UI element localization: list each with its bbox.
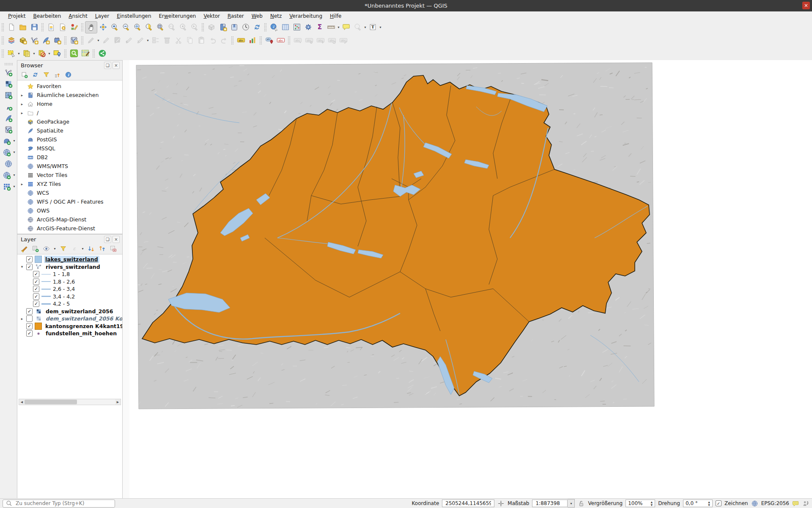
menu-einstellungen[interactable]: Einstellungen [113,12,155,20]
layer-item-lakes-switzerland[interactable]: ✓lakes_switzerland [17,256,122,263]
collapse-all-button[interactable] [53,70,62,79]
scroll-right-arrow[interactable]: ▶ [115,399,121,405]
pan-map-button[interactable] [85,21,97,33]
new-3d-map-view-button[interactable] [206,22,217,33]
layer-item-2-6-3-4[interactable]: ✓2,6 - 3,4 [17,285,122,293]
current-edits-dropdown[interactable]: ▾ [96,39,100,42]
menu-web[interactable]: Web [248,12,266,20]
add-spatialite-layer-button[interactable] [3,112,14,124]
add-feature-button[interactable] [123,35,134,46]
layer-item-rivers-switzerland[interactable]: ▾✓rivers_switzerland [17,263,122,271]
layer-diagram-button[interactable] [247,35,258,46]
menu-netz[interactable]: Netz [266,12,285,20]
osm-editor-button[interactable] [80,48,91,59]
text-annotation-dropdown[interactable]: ▾ [379,25,382,29]
add-delimited-text-layer-button[interactable]: , [3,101,14,112]
move-label-button[interactable]: abc [315,35,326,46]
layer-visibility-checkbox[interactable]: ✓ [33,271,39,277]
zoom-next-button[interactable] [189,22,200,33]
layer-visibility-checkbox[interactable]: ✓ [26,330,33,337]
deselect-features-button[interactable] [36,48,47,59]
crs-status[interactable]: EPSG:2056 [761,500,789,506]
manage-map-themes-dropdown[interactable]: ▾ [53,247,57,251]
magnifier-spinner[interactable]: ▲▼ [651,501,653,506]
remove-layer-button[interactable] [109,244,118,253]
locator-search-input[interactable] [15,500,112,507]
menu-erweiterungen[interactable]: Erweiterungen [155,12,200,20]
select-by-location-button[interactable] [51,48,63,59]
browser-item-wms-wmts[interactable]: WMS/WMTS [17,162,122,171]
search-layers-dropdown[interactable]: ▾ [363,25,367,29]
osm-place-search-button[interactable] [68,48,80,59]
scrollbar-thumb[interactable] [25,400,77,404]
layer-visibility-checkbox[interactable]: ✓ [26,256,33,262]
add-wms-layer-button[interactable] [1,146,12,158]
browser-item-arcgis-map-dienst[interactable]: ArcGIS-Map-Dienst [17,215,122,224]
add-vector-tile-layer-dropdown[interactable]: ▾ [12,185,16,188]
add-wfs-layer-dropdown[interactable]: ▾ [12,173,16,177]
pin-labels-button[interactable]: abc [292,35,303,46]
new-spatialite-layer-button[interactable] [40,35,51,46]
scroll-left-arrow[interactable]: ◀ [19,399,25,405]
menu-projekt[interactable]: Projekt [4,12,29,20]
browser-item-arcgis-feature-dienst[interactable]: ArcGIS-Feature-Dienst [17,224,122,233]
rotation-spinner[interactable]: ▲▼ [708,501,710,506]
copy-features-button[interactable] [184,35,195,46]
new-virtual-layer-button[interactable] [68,35,80,46]
layer-visibility-checkbox[interactable]: ✓ [26,264,33,270]
add-virtual-layer-button[interactable] [3,124,14,135]
toolbar-drag-handle[interactable] [64,36,67,44]
expand-arrow-icon[interactable]: ▸ [20,102,24,106]
annotation-label-button[interactable]: ab [263,35,275,46]
zoom-to-selection-button[interactable] [143,22,154,33]
layer-item-dem-switzerland-2056-kopie[interactable]: ▸dem_switzerland_2056 Kopie [17,315,122,323]
layer-item-dem-switzerland-2056[interactable]: ✓dem_switzerland_2056 [17,308,122,315]
add-wms-layer-dropdown[interactable]: ▾ [12,150,16,154]
browser-item-mssql[interactable]: MSSQL [17,144,122,153]
scale-dropdown[interactable]: ▾ [568,499,575,508]
add-raster-layer-button[interactable] [3,78,14,89]
change-label-button[interactable]: abc [337,35,349,46]
browser-item-home[interactable]: ▸Home [17,99,122,108]
toolbar-drag-handle[interactable] [259,36,262,44]
lock-scale-icon[interactable] [578,500,585,507]
add-vector-layer-button[interactable] [3,66,14,78]
toolbar-drag-handle[interactable] [41,23,44,31]
delete-selected-button[interactable] [161,35,173,46]
expand-arrow-icon[interactable]: ▸ [20,182,24,186]
browser-item-wfs-ogc-api-features[interactable]: WFS / OGC API - Features [17,197,122,206]
layer-item-4-2-5[interactable]: ✓4,2 - 5 [17,300,122,308]
menu-ansicht[interactable]: Ansicht [65,12,91,20]
layout-manager-button[interactable] [57,22,68,33]
menu-bearbeiten[interactable]: Bearbeiten [29,12,65,20]
toolbar-drag-handle[interactable] [288,36,291,44]
filter-by-expression-dropdown[interactable]: ▾ [81,247,85,251]
open-data-source-manager-button[interactable] [5,35,17,46]
toolbar-drag-handle[interactable] [1,49,4,58]
current-edits-button[interactable] [85,35,96,46]
new-temporary-scratch-layer-button[interactable] [51,35,63,46]
browser-item-xyz-tiles[interactable]: ▸XYZ Tiles [17,179,122,188]
statistical-summary-button[interactable]: Σ [314,22,325,33]
toolbar-drag-handle[interactable] [92,49,95,58]
add-wfs-layer-button[interactable] [1,169,12,181]
browser-item-postgis[interactable]: PostGIS [17,135,122,144]
select-features-dropdown[interactable]: ▾ [17,52,21,55]
browser-item--[interactable]: ▸/ [17,108,122,117]
map-canvas[interactable] [129,60,812,499]
coordinate-input[interactable] [444,500,492,507]
open-project-button[interactable] [17,22,28,33]
new-print-layout-button[interactable] [45,22,57,33]
vertex-tool-button[interactable] [134,35,146,46]
measure-button[interactable] [325,22,337,33]
toolbar-drag-handle[interactable] [4,63,13,66]
scale-field[interactable] [532,500,568,507]
browser-item-geopackage[interactable]: GeoPackage [17,117,122,126]
browser-item-vector-tiles[interactable]: Vector Tiles [17,171,122,179]
expand-arrow-icon[interactable]: ▸ [20,317,24,321]
browser-item-ows[interactable]: OWS [17,206,122,215]
expand-arrow-icon[interactable]: ▸ [20,111,24,115]
zoom-to-layer-button[interactable] [154,22,166,33]
modify-attributes-button[interactable] [150,35,161,46]
collapse-all-layers-button[interactable] [98,244,107,253]
